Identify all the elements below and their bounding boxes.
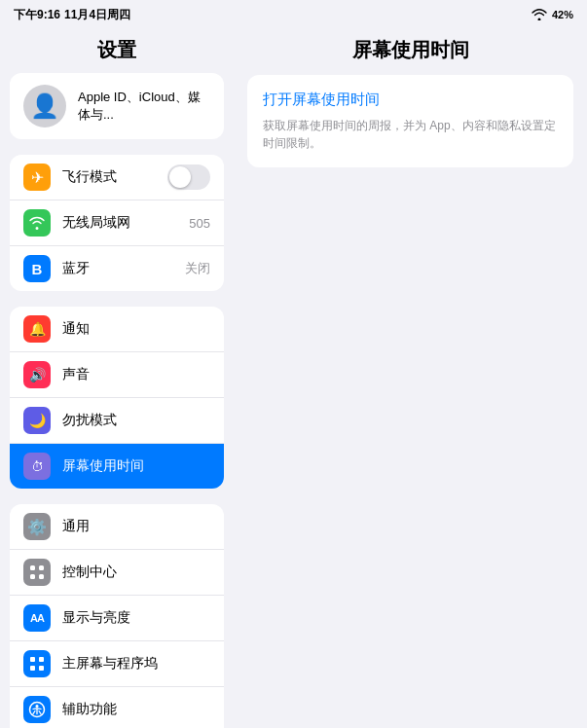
accessibility-label: 辅助功能 [62, 701, 210, 718]
notification-icon: 🔔 [23, 315, 51, 343]
detail-card: 打开屏幕使用时间 获取屏幕使用时间的周报，并为 App、内容和隐私设置定时间限制… [247, 75, 573, 167]
settings-item-display[interactable]: AA 显示与亮度 [10, 596, 224, 641]
accessibility-icon [23, 696, 51, 723]
status-bar-right: 42% [532, 9, 573, 20]
bluetooth-label: 蓝牙 [62, 260, 173, 277]
avatar: 👤 [23, 85, 66, 127]
settings-item-sound[interactable]: 🔊 声音 [10, 352, 224, 398]
battery-label: 42% [552, 9, 573, 20]
settings-group-system: ⚙️ 通用 控制中心 AA 显示与亮度 [10, 504, 224, 728]
profile-section[interactable]: 👤 Apple ID、iCloud、媒体与... [10, 73, 224, 139]
status-bar-left: 下午9:16 11月4日周四 [14, 7, 130, 23]
notification-label: 通知 [62, 320, 210, 338]
controlcenter-label: 控制中心 [62, 564, 210, 581]
time-label: 下午9:16 [14, 7, 60, 23]
wifi-settings-icon [23, 209, 51, 237]
wifi-icon [532, 9, 547, 20]
bluetooth-value: 关闭 [185, 260, 210, 277]
wifi-label: 无线局域网 [62, 214, 177, 232]
sound-icon: 🔊 [23, 361, 51, 388]
svg-rect-1 [39, 565, 44, 570]
display-icon: AA [23, 604, 51, 632]
settings-item-airplane[interactable]: ✈ 飞行模式 [10, 155, 224, 200]
general-label: 通用 [62, 518, 210, 535]
svg-rect-7 [39, 666, 44, 671]
svg-rect-0 [30, 565, 35, 570]
sound-label: 声音 [62, 366, 210, 383]
homescreen-icon [23, 650, 51, 677]
donotdisturb-icon: 🌙 [23, 407, 51, 434]
controlcenter-icon [23, 559, 51, 586]
detail-title: 屏幕使用时间 [234, 29, 587, 75]
display-label: 显示与亮度 [62, 609, 210, 627]
airplane-icon: ✈ [23, 164, 51, 191]
settings-item-donotdisturb[interactable]: 🌙 勿扰模式 [10, 398, 224, 444]
airplane-toggle[interactable] [167, 164, 210, 190]
settings-item-general[interactable]: ⚙️ 通用 [10, 504, 224, 550]
screentime-icon: ⏱ [23, 453, 51, 480]
settings-item-wifi[interactable]: 无线局域网 505 [10, 200, 224, 246]
settings-item-homescreen[interactable]: 主屏幕与程序坞 [10, 641, 224, 687]
status-bar: 下午9:16 11月4日周四 42% [0, 0, 587, 29]
toggle-knob [169, 166, 191, 188]
airplane-label: 飞行模式 [62, 168, 156, 186]
main-container: 设置 👤 Apple ID、iCloud、媒体与... ✈ 飞行模式 [0, 29, 587, 728]
detail-panel: 屏幕使用时间 打开屏幕使用时间 获取屏幕使用时间的周报，并为 App、内容和隐私… [234, 29, 587, 728]
svg-rect-3 [39, 574, 44, 579]
svg-rect-6 [30, 666, 35, 671]
sidebar: 设置 👤 Apple ID、iCloud、媒体与... ✈ 飞行模式 [0, 29, 234, 728]
settings-item-controlcenter[interactable]: 控制中心 [10, 550, 224, 596]
screentime-label: 屏幕使用时间 [62, 457, 210, 475]
settings-item-notification[interactable]: 🔔 通知 [10, 307, 224, 352]
svg-rect-4 [30, 657, 35, 662]
settings-item-screentime[interactable]: ⏱ 屏幕使用时间 [10, 444, 224, 489]
settings-group-connectivity: ✈ 飞行模式 无线局域网 505 B [10, 155, 224, 291]
avatar-icon: 👤 [30, 92, 59, 120]
settings-group-notifications: 🔔 通知 🔊 声音 🌙 勿扰模式 ⏱ 屏幕使用时间 [10, 307, 224, 489]
profile-text: Apple ID、iCloud、媒体与... [78, 89, 210, 124]
sidebar-title: 设置 [0, 29, 234, 73]
general-icon: ⚙️ [23, 513, 51, 540]
svg-rect-5 [39, 657, 44, 662]
svg-point-9 [36, 705, 39, 708]
settings-item-bluetooth[interactable]: B 蓝牙 关闭 [10, 246, 224, 291]
homescreen-label: 主屏幕与程序坞 [62, 655, 210, 673]
svg-rect-2 [30, 574, 35, 579]
wifi-value: 505 [189, 216, 210, 231]
bluetooth-icon: B [23, 255, 51, 282]
date-label: 11月4日周四 [64, 7, 130, 23]
donotdisturb-label: 勿扰模式 [62, 412, 210, 429]
settings-item-accessibility[interactable]: 辅助功能 [10, 687, 224, 728]
detail-card-action[interactable]: 打开屏幕使用时间 [263, 91, 558, 109]
detail-card-description: 获取屏幕使用时间的周报，并为 App、内容和隐私设置定时间限制。 [263, 117, 558, 152]
